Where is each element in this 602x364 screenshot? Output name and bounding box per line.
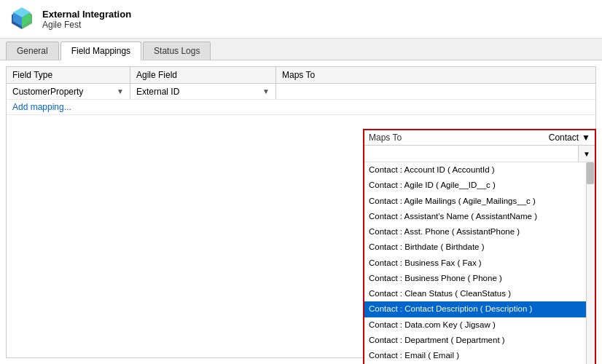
dropdown-item[interactable]: Contact : Business Phone ( Phone ) [364,271,586,286]
window-subtitle: Agile Fest [42,20,131,30]
dropdown-item[interactable]: Contact : Data.com Key ( Jigsaw ) [364,317,586,333]
window-title: External Integration [42,9,131,20]
dropdown-item[interactable]: Contact : Asst. Phone ( AssistantPhone ) [364,224,586,240]
field-type-arrow-icon: ▼ [117,87,124,95]
contact-select[interactable]: Contact ▼ [549,132,590,143]
table-row: CustomerProperty ▼ External ID ▼ [7,84,595,100]
field-type-select[interactable]: CustomerProperty ▼ [12,87,124,97]
dropdown-item[interactable]: Contact : Account ID ( AccountId ) [364,162,586,178]
dropdown-item[interactable]: Contact : Agile Mailings ( Agile_Mailing… [364,194,586,209]
dropdown-item[interactable]: Contact : Department ( Department ) [364,333,586,348]
col-maps-to: Maps To [276,67,595,83]
dropdown-item[interactable]: Contact : Assistant's Name ( AssistantNa… [364,209,586,224]
dropdown-scroll-arrow[interactable]: ▼ [578,146,595,162]
scrollbar-thumb[interactable] [587,162,594,184]
agile-field-value: External ID [136,87,261,97]
app-icon [9,6,35,32]
dropdown-list: Contact : Account ID ( AccountId )Contac… [364,162,586,364]
tab-bar: General Field Mappings Status Logs [0,39,602,60]
dropdown-item[interactable]: Contact : Contact Description ( Descript… [364,301,586,317]
cell-maps-to [276,84,595,99]
scrollbar[interactable] [586,162,595,364]
agile-field-select[interactable]: External ID ▼ [136,87,270,97]
dropdown-item[interactable]: Contact : Clean Status ( CleanStatus ) [364,286,586,301]
title-bar: External Integration Agile Fest [0,0,602,39]
cell-field-type[interactable]: CustomerProperty ▼ [7,84,130,99]
col-field-type: Field Type [7,67,130,83]
dropdown-item[interactable]: Contact : Email ( Email ) [364,348,586,363]
dropdown-search-input[interactable] [364,146,578,162]
maps-to-dropdown[interactable]: Maps To Contact ▼ ▼ Contact : Account ID… [363,129,596,364]
table-header: Field Type Agile Field Maps To [7,67,595,84]
tab-status-logs[interactable]: Status Logs [143,41,211,60]
dropdown-item[interactable]: Contact : Birthdate ( Birthdate ) [364,240,586,255]
agile-field-arrow-icon: ▼ [262,87,270,95]
col-agile-field: Agile Field [130,67,276,83]
tab-field-mappings[interactable]: Field Mappings [60,41,141,60]
contact-value: Contact [549,132,579,143]
maps-to-label: Maps To [369,132,402,143]
dropdown-item[interactable]: Contact : Business Fax ( Fax ) [364,256,586,271]
dropdown-search-row: ▼ [364,146,595,162]
contact-dropdown-arrow-icon: ▼ [582,132,590,143]
add-mapping-link[interactable]: Add mapping... [7,100,595,115]
dropdown-item[interactable]: Contact : Agile ID ( Agile__ID__c ) [364,178,586,193]
field-type-value: CustomerProperty [12,87,115,97]
tab-general[interactable]: General [6,41,59,60]
title-info: External Integration Agile Fest [42,9,131,30]
cell-agile-field[interactable]: External ID ▼ [130,84,276,99]
content-area: Field Type Agile Field Maps To CustomerP… [0,60,602,364]
dropdown-header: Maps To Contact ▼ [364,130,595,146]
